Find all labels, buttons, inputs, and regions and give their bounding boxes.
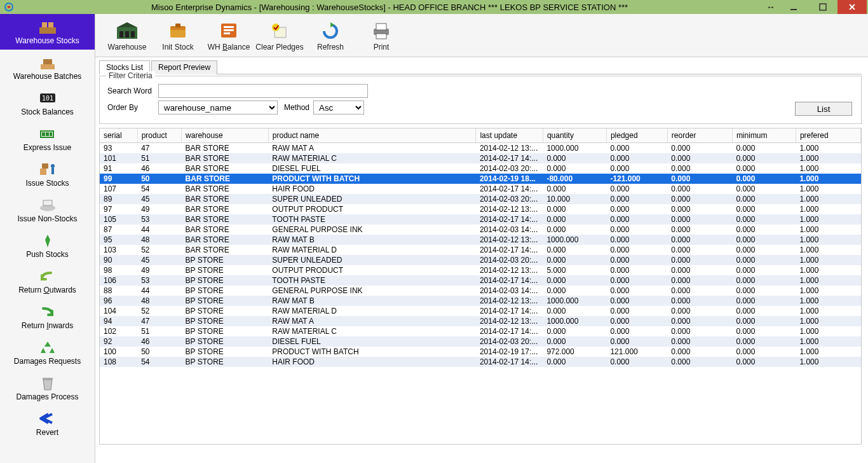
sidebar-item-damages-requests[interactable]: Damages Requests <box>0 335 95 370</box>
cell: 0.000 <box>606 153 667 163</box>
cell: 51 <box>137 153 181 163</box>
toolbar-init-stock-button[interactable]: Init Stock <box>153 15 203 56</box>
cell: 0.000 <box>543 163 606 174</box>
cell: BAR STORE <box>182 214 269 225</box>
column-header-minimum[interactable]: minimum <box>732 128 796 143</box>
cell: 0.000 <box>606 265 667 275</box>
cell: 0.000 <box>667 245 732 255</box>
cell: BP STORE <box>182 275 269 286</box>
table-row[interactable]: 9246BP STOREDIESEL FUEL2014-02-03 20:...… <box>100 336 861 347</box>
table-row[interactable]: 9146BAR STOREDIESEL FUEL2014-02-03 20:..… <box>100 163 861 174</box>
cell: 1.000 <box>796 143 860 154</box>
table-row[interactable]: 10151BAR STORERAW MATERIAL C2014-02-17 1… <box>100 153 861 163</box>
toolbar-clear-pledges-button[interactable]: Clear Pledges <box>254 15 305 56</box>
table-row[interactable]: 9648BP STORERAW MAT B2014-02-12 13:...10… <box>100 296 861 306</box>
table-row[interactable]: 10653BP STORETOOTH PASTE2014-02-17 14:..… <box>100 275 861 286</box>
column-header-last-update[interactable]: last update <box>476 128 543 143</box>
toolbar-wh-balance-button[interactable]: WH Balance <box>203 15 254 56</box>
table-row[interactable]: 9447BP STORERAW MAT A2014-02-12 13:...10… <box>100 316 861 326</box>
sidebar-item-issue-stocks[interactable]: Issue Stocks <box>0 156 95 192</box>
svg-rect-28 <box>175 24 180 27</box>
stocks-grid[interactable]: serialproductwarehouseproduct namelast u… <box>99 128 862 445</box>
sidebar-item-issue-non-stocks[interactable]: Issue Non-Stocks <box>0 192 95 228</box>
cell: 0.000 <box>732 336 796 347</box>
table-row[interactable]: 9950BAR STOREPRODUCT WITH BATCH2014-02-1… <box>100 174 861 184</box>
table-row[interactable]: 9849BP STOREOUTPUT PRODUCT2014-02-12 13:… <box>100 265 861 275</box>
cell: 2014-02-17 14:... <box>476 153 543 163</box>
cell: 103 <box>100 245 137 255</box>
table-row[interactable]: 10251BP STORERAW MATERIAL C2014-02-17 14… <box>100 326 861 336</box>
sidebar-item-return-outwards[interactable]: Return Outwards <box>0 263 95 299</box>
toolbar-refresh-button[interactable]: Refresh <box>305 15 356 56</box>
cell: 108 <box>100 357 137 367</box>
filter-criteria-fieldset: Filter Criteria Search Word Order By war… <box>99 76 862 124</box>
tab-report-preview[interactable]: Report Preview <box>151 60 217 74</box>
sidebar-item-warehouse-batches[interactable]: Warehouse Batches <box>0 50 95 85</box>
search-input[interactable] <box>158 84 368 98</box>
cell: DIESEL FUEL <box>268 336 476 347</box>
cell: 1.000 <box>796 326 860 336</box>
orderby-select[interactable]: warehouse_name <box>158 100 278 114</box>
cell: 0.000 <box>732 286 796 296</box>
cell: 0.000 <box>732 265 796 275</box>
table-row[interactable]: 10352BAR STORERAW MATERIAL D2014-02-17 1… <box>100 245 861 255</box>
sidebar-item-push-stocks[interactable]: Push Stocks <box>0 228 95 263</box>
shrink-icon[interactable]: ↔ <box>763 1 779 13</box>
column-header-product-name[interactable]: product name <box>268 128 476 143</box>
cell: 107 <box>100 184 137 194</box>
cell: 88 <box>100 286 137 296</box>
table-row[interactable]: 10553BAR STORETOOTH PASTE2014-02-17 14:.… <box>100 214 861 225</box>
svg-rect-15 <box>42 163 48 169</box>
svg-rect-26 <box>170 29 186 38</box>
column-header-serial[interactable]: serial <box>100 128 137 143</box>
table-row[interactable]: 10754BAR STOREHAIR FOOD2014-02-17 14:...… <box>100 184 861 194</box>
cell: 0.000 <box>606 316 667 326</box>
toolbar-warehouse-button[interactable]: Warehouse <box>102 15 153 56</box>
sidebar-item-damages-process[interactable]: Damages Process <box>0 370 95 406</box>
cell: 89 <box>100 194 137 204</box>
arrow-return-in-icon <box>38 303 57 320</box>
cell: 0.000 <box>667 214 732 225</box>
table-row[interactable]: 10854BP STOREHAIR FOOD2014-02-17 14:...0… <box>100 357 861 367</box>
cell: 2014-02-12 13:... <box>476 296 543 306</box>
sidebar-item-stock-balances[interactable]: 101Stock Balances <box>0 85 95 121</box>
table-row[interactable]: 10050BP STOREPRODUCT WITH BATCH2014-02-1… <box>100 347 861 357</box>
table-row[interactable]: 9548BAR STORERAW MAT B2014-02-12 13:...1… <box>100 235 861 245</box>
cell: 0.000 <box>606 357 667 367</box>
pin-icon <box>38 232 57 249</box>
sidebar-item-express-issue[interactable]: Express Issue <box>0 121 95 156</box>
table-row[interactable]: 10452BP STORERAW MATERIAL D2014-02-17 14… <box>100 306 861 316</box>
cell: 1000.000 <box>543 143 606 154</box>
cell: 2014-02-12 13:... <box>476 235 543 245</box>
sidebar-item-return-inwards[interactable]: Return Inwards <box>0 299 95 335</box>
cell: 1.000 <box>796 153 860 163</box>
cell: 0.000 <box>732 316 796 326</box>
cell: 92 <box>100 336 137 347</box>
svg-rect-31 <box>224 29 234 31</box>
maximize-button[interactable] <box>808 1 837 13</box>
list-button[interactable]: List <box>795 102 852 116</box>
cell: 1000.000 <box>543 235 606 245</box>
column-header-reorder[interactable]: reorder <box>667 128 732 143</box>
svg-rect-2 <box>820 4 826 10</box>
cell: 0.000 <box>667 204 732 214</box>
toolbar-print-button[interactable]: Print <box>356 15 407 56</box>
method-select[interactable]: Asc <box>313 100 364 114</box>
column-header-pledged[interactable]: pledged <box>606 128 667 143</box>
table-row[interactable]: 8844BP STOREGENERAL PURPOSE INK2014-02-0… <box>100 286 861 296</box>
column-header-product[interactable]: product <box>137 128 181 143</box>
column-header-warehouse[interactable]: warehouse <box>182 128 269 143</box>
sidebar-item-warehouse-stocks[interactable]: Warehouse Stocks <box>0 14 95 50</box>
close-button[interactable] <box>837 0 867 14</box>
sidebar-item-revert[interactable]: Revert <box>0 406 95 441</box>
table-row[interactable]: 9045BP STORESUPER UNLEADED2014-02-03 20:… <box>100 255 861 265</box>
table-row[interactable]: 8744BAR STOREGENERAL PURPOSE INK2014-02-… <box>100 225 861 235</box>
column-header-prefered[interactable]: prefered <box>796 128 860 143</box>
column-header-quantity[interactable]: quantity <box>543 128 606 143</box>
cell: 2014-02-03 14:... <box>476 286 543 296</box>
table-row[interactable]: 9347BAR STORERAW MAT A2014-02-12 13:...1… <box>100 143 861 154</box>
cell: 0.000 <box>606 336 667 347</box>
minimize-button[interactable] <box>779 1 808 13</box>
table-row[interactable]: 9749BAR STOREOUTPUT PRODUCT2014-02-12 13… <box>100 204 861 214</box>
table-row[interactable]: 8945BAR STORESUPER UNLEADED2014-02-03 20… <box>100 194 861 204</box>
